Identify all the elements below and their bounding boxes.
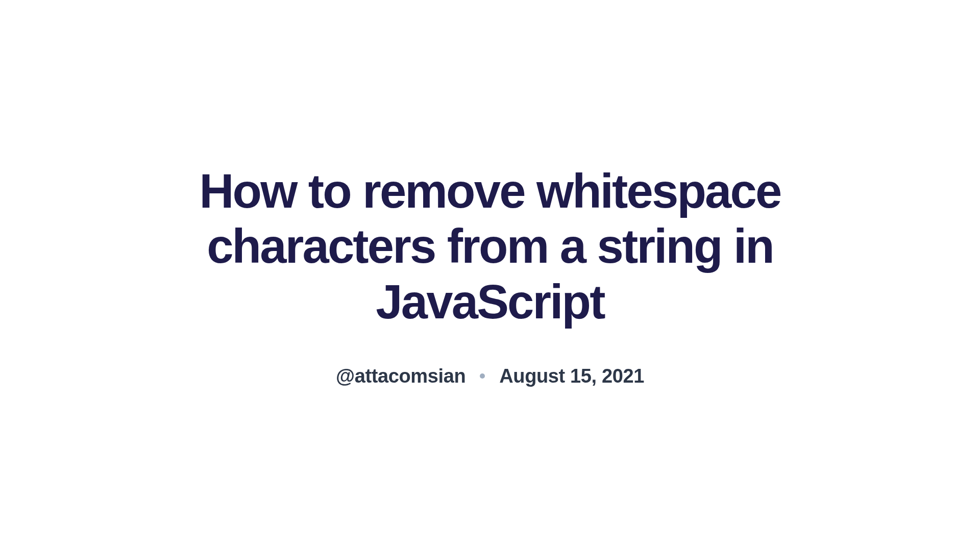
article-header: How to remove whitespace characters from… [133, 164, 847, 387]
dot-separator-icon [480, 373, 485, 379]
article-title: How to remove whitespace characters from… [133, 164, 847, 329]
publish-date: August 15, 2021 [499, 365, 644, 387]
author-handle: @attacomsian [336, 365, 465, 387]
article-meta: @attacomsian August 15, 2021 [336, 365, 644, 387]
